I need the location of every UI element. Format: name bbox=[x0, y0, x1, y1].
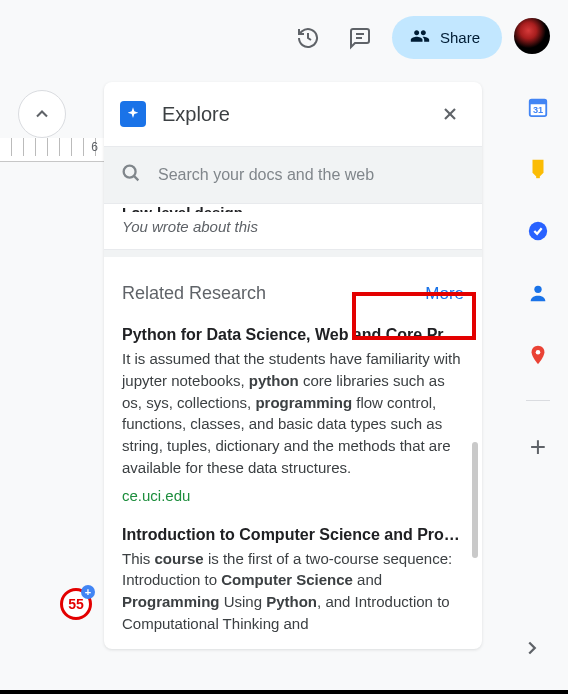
side-divider bbox=[526, 400, 550, 401]
previous-topic-title: Low-level design bbox=[122, 204, 464, 212]
add-icon[interactable]: + bbox=[530, 433, 546, 461]
explore-panel: Explore Low-level design You wrote about… bbox=[104, 82, 482, 649]
result-title: Introduction to Computer Science and Pro… bbox=[122, 526, 462, 544]
svg-rect-9 bbox=[536, 176, 540, 178]
contacts-icon[interactable] bbox=[527, 282, 549, 304]
badge-count: 55 bbox=[68, 596, 84, 612]
history-icon[interactable] bbox=[288, 18, 328, 58]
result-item[interactable]: Introduction to Computer Science and Pro… bbox=[104, 518, 480, 649]
calendar-icon[interactable]: 31 bbox=[527, 96, 549, 118]
divider bbox=[104, 249, 482, 257]
result-snippet: It is assumed that the students have fam… bbox=[122, 348, 462, 479]
revision-badge[interactable]: 55 bbox=[60, 588, 92, 620]
result-url: ce.uci.edu bbox=[122, 487, 462, 504]
results-list: Python for Data Science, Web and Core Pr… bbox=[104, 318, 482, 649]
comment-icon[interactable] bbox=[340, 18, 380, 58]
svg-rect-7 bbox=[530, 100, 547, 105]
collapse-button[interactable] bbox=[18, 90, 66, 138]
close-icon[interactable] bbox=[432, 96, 468, 132]
avatar[interactable] bbox=[514, 18, 550, 54]
side-panel: 31 + bbox=[508, 82, 568, 662]
keep-icon[interactable] bbox=[527, 158, 549, 180]
scrollbar[interactable] bbox=[472, 442, 478, 558]
svg-point-11 bbox=[534, 286, 541, 293]
share-button[interactable]: Share bbox=[392, 16, 502, 59]
search-bar[interactable] bbox=[104, 146, 482, 204]
ruler: 6 bbox=[0, 138, 104, 162]
highlight-annotation bbox=[352, 292, 476, 340]
bottom-edge bbox=[0, 690, 568, 694]
explore-title: Explore bbox=[162, 103, 432, 126]
previous-topic-subtitle: You wrote about this bbox=[122, 218, 464, 235]
ruler-mark: 6 bbox=[91, 140, 98, 154]
svg-text:31: 31 bbox=[533, 105, 543, 115]
search-icon bbox=[120, 162, 142, 188]
share-label: Share bbox=[440, 29, 480, 46]
svg-line-5 bbox=[134, 176, 138, 180]
svg-point-12 bbox=[536, 350, 541, 355]
side-expand-icon[interactable] bbox=[514, 630, 550, 666]
result-snippet: This course is the first of a two-course… bbox=[122, 548, 462, 635]
explore-icon bbox=[120, 101, 146, 127]
maps-icon[interactable] bbox=[527, 344, 549, 366]
people-icon bbox=[410, 26, 430, 49]
result-item[interactable]: Python for Data Science, Web and Core Pr… bbox=[104, 318, 480, 518]
tasks-icon[interactable] bbox=[527, 220, 549, 242]
previous-topic[interactable]: Low-level design You wrote about this bbox=[104, 204, 482, 249]
search-input[interactable] bbox=[158, 166, 466, 184]
svg-point-4 bbox=[124, 166, 136, 178]
